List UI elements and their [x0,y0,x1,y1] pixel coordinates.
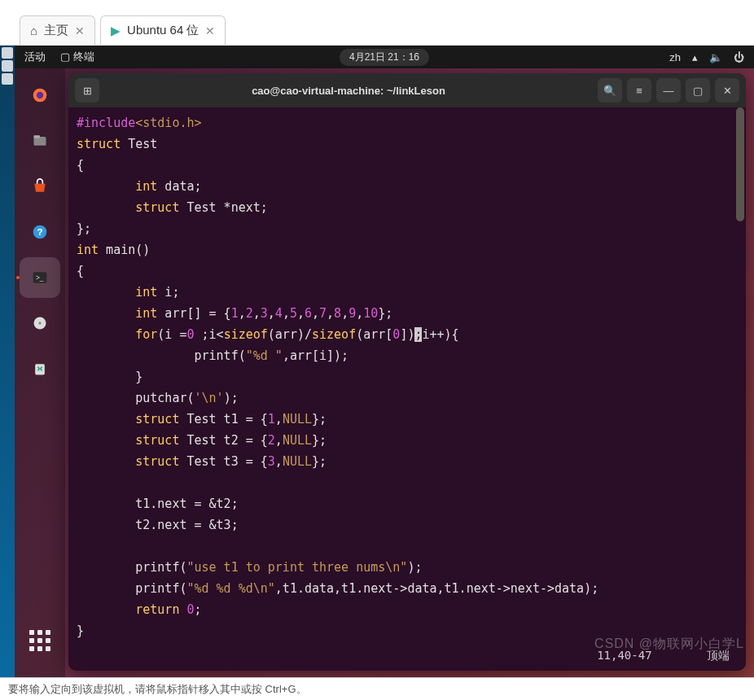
software-icon [32,178,48,195]
clock[interactable]: 4月21日 21：16 [340,49,429,66]
vmware-tab-home[interactable]: ⌂ 主页 ✕ [20,15,95,45]
dock-help[interactable]: ? [20,212,60,252]
search-button[interactable]: 🔍 [598,78,622,103]
search-icon: 🔍 [603,85,616,97]
home-icon: ⌂ [30,24,37,37]
dock-firefox[interactable] [20,75,60,116]
terminal-body[interactable]: #include<stdio.h> struct Test { int data… [68,107,746,671]
terminal-icon: ▢ [60,50,70,63]
power-icon[interactable]: ⏻ [734,51,744,63]
close-icon[interactable]: ✕ [75,24,85,37]
disk-icon [32,315,48,331]
svg-rect-3 [34,135,41,138]
minimize-button[interactable]: — [656,78,681,103]
maximize-button[interactable]: ▢ [686,78,710,103]
scrollbar[interactable] [736,107,744,221]
menu-button[interactable]: ≡ [627,78,651,103]
svg-point-1 [37,92,43,98]
dock-trash[interactable] [20,348,60,389]
close-button[interactable]: ✕ [715,78,739,103]
watermark: CSDN @物联网小白学L [594,636,744,653]
terminal-icon: >_ [32,269,48,286]
ubuntu-top-bar: 活动 ▢ 终端 4月21日 21：16 zh ▴ 🔈 ⏻ [15,46,754,68]
dock-software[interactable] [20,166,60,207]
close-icon: ✕ [723,85,732,97]
vmware-status-bar: 要将输入定向到该虚拟机，请将鼠标指针移入其中或按 Ctrl+G。 [0,677,754,700]
svg-text:>_: >_ [36,273,44,282]
guest-screen: 活动 ▢ 终端 4月21日 21：16 zh ▴ 🔈 ⏻ ? >_ [0,46,754,677]
hamburger-icon: ≡ [636,85,642,97]
terminal-title: cao@cao-virtual-machine: ~/linkLeson [104,85,593,97]
svg-text:?: ? [37,226,42,237]
apps-grid-icon [29,630,50,651]
terminal-window: ⊞ cao@cao-virtual-machine: ~/linkLeson 🔍… [68,73,746,671]
dock-files[interactable] [20,120,60,161]
svg-point-9 [38,322,41,324]
volume-icon[interactable]: 🔈 [709,51,722,63]
help-icon: ? [32,224,48,240]
terminal-titlebar[interactable]: ⊞ cao@cao-virtual-machine: ~/linkLeson 🔍… [68,73,746,107]
maximize-icon: ▢ [693,85,703,97]
vmware-tab-label: Ubuntu 64 位 [127,23,199,38]
vmware-tab-label: 主页 [44,23,68,38]
vmware-tabbar: ⌂ 主页 ✕ ▶ Ubuntu 64 位 ✕ [0,0,754,46]
vmware-tab-ubuntu[interactable]: ▶ Ubuntu 64 位 ✕ [100,15,226,45]
vm-icon: ▶ [111,24,121,38]
files-icon [32,133,48,149]
new-tab-icon: ⊞ [83,85,92,97]
minimize-icon: — [664,85,674,97]
activities-button[interactable]: 活动 [24,50,46,64]
language-indicator[interactable]: zh [669,51,681,63]
vmware-status-text: 要将输入定向到该虚拟机，请将鼠标指针移入其中或按 Ctrl+G。 [8,682,307,697]
ubuntu-dock: ? >_ [15,68,65,677]
dock-disk[interactable] [20,303,60,343]
terminal-indicator[interactable]: ▢ 终端 [60,50,94,64]
close-icon[interactable]: ✕ [205,24,215,37]
dock-show-apps[interactable] [20,620,60,661]
new-tab-button[interactable]: ⊞ [75,78,99,103]
network-icon[interactable]: ▴ [692,51,698,63]
trash-icon [32,361,48,377]
firefox-icon [32,87,48,103]
dock-terminal[interactable]: >_ [20,257,60,298]
svg-rect-10 [35,364,45,374]
host-left-stripe [0,46,15,677]
